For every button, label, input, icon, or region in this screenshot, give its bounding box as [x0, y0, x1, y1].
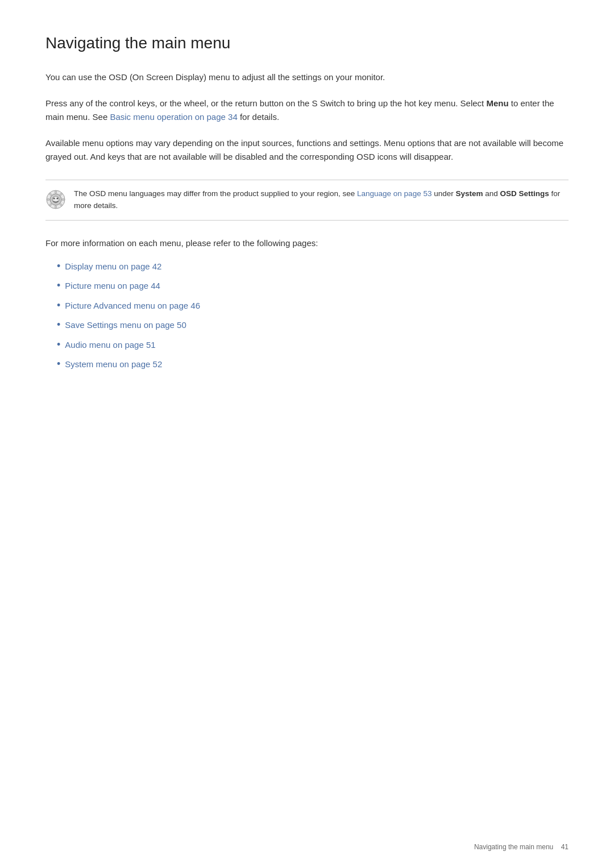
menu-link-3[interactable]: Save Settings menu on page 50 [65, 319, 186, 332]
list-item: •Audio menu on page 51 [57, 339, 569, 352]
list-bullet: • [57, 261, 60, 271]
page-footer: Navigating the main menu 41 [474, 843, 569, 851]
menu-link-2[interactable]: Picture Advanced menu on page 46 [65, 300, 200, 313]
para2-bold-menu: Menu [486, 98, 508, 108]
paragraph-3: Available menu options may vary dependin… [45, 136, 569, 164]
para2-end: for details. [238, 112, 279, 122]
svg-rect-9 [55, 206, 57, 208]
note-bold-system: System [455, 189, 483, 198]
page-container: Navigating the main menu You can use the… [0, 0, 614, 423]
footer-label: Navigating the main menu [474, 843, 553, 851]
menu-link-4[interactable]: Audio menu on page 51 [65, 339, 155, 352]
follow-text: For more information on each menu, pleas… [45, 236, 569, 250]
svg-point-4 [57, 198, 59, 200]
list-item: •System menu on page 52 [57, 358, 569, 371]
language-link[interactable]: Language on page 53 [357, 189, 432, 198]
list-item: •Display menu on page 42 [57, 260, 569, 273]
note-text: The OSD menu languages may differ from t… [74, 188, 569, 212]
svg-rect-5 [55, 191, 57, 193]
list-bullet: • [57, 300, 60, 310]
list-bullet: • [57, 359, 60, 369]
menu-link-0[interactable]: Display menu on page 42 [65, 260, 161, 273]
list-bullet: • [57, 319, 60, 330]
menu-links-list: •Display menu on page 42•Picture menu on… [57, 260, 569, 371]
list-item: •Picture menu on page 44 [57, 280, 569, 293]
para2-text-before: Press any of the control keys, or the wh… [45, 98, 486, 108]
list-item: •Save Settings menu on page 50 [57, 319, 569, 332]
note-bold-osd: OSD Settings [500, 189, 549, 198]
menu-link-5[interactable]: System menu on page 52 [65, 358, 162, 371]
note-after-link: under [432, 189, 455, 198]
svg-rect-7 [62, 199, 64, 201]
svg-point-3 [53, 198, 55, 200]
list-item: •Picture Advanced menu on page 46 [57, 300, 569, 313]
note-icon [45, 189, 66, 210]
note-box: The OSD menu languages may differ from t… [45, 180, 569, 221]
paragraph-2: Press any of the control keys, or the wh… [45, 97, 569, 124]
page-title: Navigating the main menu [45, 34, 569, 52]
note-connector: and [483, 189, 500, 198]
svg-rect-11 [47, 199, 49, 201]
menu-link-1[interactable]: Picture menu on page 44 [65, 280, 160, 293]
basic-menu-link[interactable]: Basic menu operation on page 34 [110, 112, 237, 122]
list-bullet: • [57, 339, 60, 350]
note-before-link: The OSD menu languages may differ from t… [74, 189, 357, 198]
paragraph-1: You can use the OSD (On Screen Display) … [45, 70, 569, 84]
list-bullet: • [57, 280, 60, 290]
footer-page-number: 41 [561, 843, 569, 851]
